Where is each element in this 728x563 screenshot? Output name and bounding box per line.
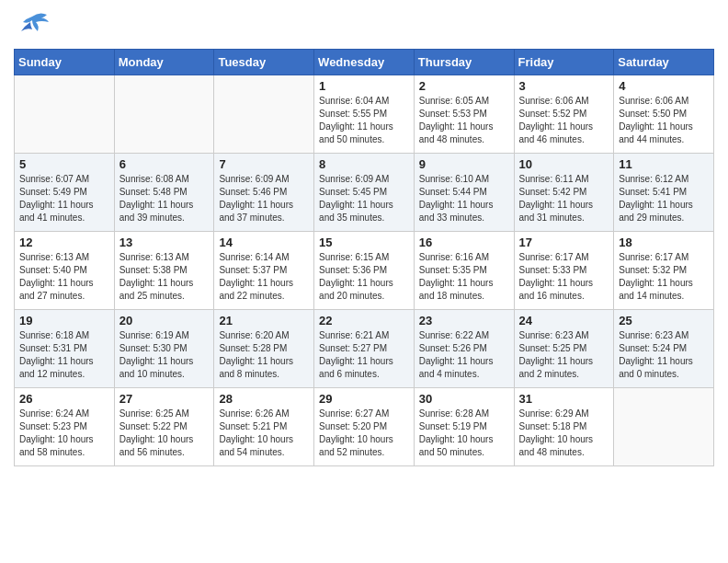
day-number: 15 — [319, 236, 409, 249]
day-number: 5 — [19, 157, 109, 171]
calendar-week-5: 26Sunrise: 6:24 AM Sunset: 5:23 PM Dayli… — [15, 388, 714, 466]
day-number: 18 — [619, 236, 709, 249]
day-number: 12 — [19, 236, 109, 249]
day-info: Sunrise: 6:21 AM Sunset: 5:27 PM Dayligh… — [319, 329, 409, 381]
day-info: Sunrise: 6:10 AM Sunset: 5:44 PM Dayligh… — [419, 173, 509, 224]
day-number: 26 — [19, 392, 109, 406]
calendar-cell: 20Sunrise: 6:19 AM Sunset: 5:30 PM Dayli… — [114, 310, 214, 388]
day-info: Sunrise: 6:09 AM Sunset: 5:45 PM Dayligh… — [319, 173, 409, 224]
day-info: Sunrise: 6:13 AM Sunset: 5:38 PM Dayligh… — [119, 251, 210, 303]
weekday-header-thursday: Thursday — [414, 50, 514, 75]
weekday-header-wednesday: Wednesday — [314, 50, 415, 75]
calendar-cell: 4Sunrise: 6:06 AM Sunset: 5:50 PM Daylig… — [614, 75, 714, 154]
day-number: 14 — [219, 236, 309, 249]
weekday-header-saturday: Saturday — [614, 50, 714, 75]
day-info: Sunrise: 6:23 AM Sunset: 5:24 PM Dayligh… — [619, 329, 709, 381]
calendar-cell: 31Sunrise: 6:29 AM Sunset: 5:18 PM Dayli… — [514, 388, 614, 466]
day-number: 27 — [119, 392, 210, 406]
day-info: Sunrise: 6:29 AM Sunset: 5:18 PM Dayligh… — [519, 408, 609, 459]
day-info: Sunrise: 6:26 AM Sunset: 5:21 PM Dayligh… — [219, 408, 309, 459]
calendar-cell — [114, 75, 214, 154]
calendar-week-2: 5Sunrise: 6:07 AM Sunset: 5:49 PM Daylig… — [15, 154, 714, 232]
calendar-cell: 24Sunrise: 6:23 AM Sunset: 5:25 PM Dayli… — [514, 310, 614, 388]
calendar-week-3: 12Sunrise: 6:13 AM Sunset: 5:40 PM Dayli… — [15, 232, 714, 310]
day-number: 13 — [119, 236, 210, 249]
calendar-cell: 8Sunrise: 6:09 AM Sunset: 5:45 PM Daylig… — [314, 154, 415, 232]
day-number: 1 — [319, 79, 409, 93]
calendar-cell: 16Sunrise: 6:16 AM Sunset: 5:35 PM Dayli… — [414, 232, 514, 310]
day-info: Sunrise: 6:17 AM Sunset: 5:33 PM Dayligh… — [519, 251, 609, 303]
page-header — [14, 9, 714, 41]
day-number: 21 — [219, 314, 309, 327]
calendar-cell: 27Sunrise: 6:25 AM Sunset: 5:22 PM Dayli… — [114, 388, 214, 466]
day-info: Sunrise: 6:20 AM Sunset: 5:28 PM Dayligh… — [219, 329, 309, 381]
day-info: Sunrise: 6:16 AM Sunset: 5:35 PM Dayligh… — [419, 251, 509, 303]
calendar-cell — [614, 388, 714, 466]
calendar-cell: 7Sunrise: 6:09 AM Sunset: 5:46 PM Daylig… — [214, 154, 314, 232]
calendar-cell: 10Sunrise: 6:11 AM Sunset: 5:42 PM Dayli… — [514, 154, 614, 232]
day-info: Sunrise: 6:05 AM Sunset: 5:53 PM Dayligh… — [419, 95, 509, 146]
day-number: 9 — [419, 157, 509, 171]
day-info: Sunrise: 6:24 AM Sunset: 5:23 PM Dayligh… — [19, 408, 109, 459]
day-info: Sunrise: 6:09 AM Sunset: 5:46 PM Dayligh… — [219, 173, 309, 224]
day-number: 30 — [419, 392, 509, 406]
weekday-header-monday: Monday — [114, 50, 214, 75]
day-number: 28 — [219, 392, 309, 406]
weekday-header-friday: Friday — [514, 50, 614, 75]
calendar-cell: 3Sunrise: 6:06 AM Sunset: 5:52 PM Daylig… — [514, 75, 614, 154]
calendar-week-1: 1Sunrise: 6:04 AM Sunset: 5:55 PM Daylig… — [15, 75, 714, 154]
calendar-cell: 29Sunrise: 6:27 AM Sunset: 5:20 PM Dayli… — [314, 388, 415, 466]
day-info: Sunrise: 6:22 AM Sunset: 5:26 PM Dayligh… — [419, 329, 509, 381]
calendar-cell: 23Sunrise: 6:22 AM Sunset: 5:26 PM Dayli… — [414, 310, 514, 388]
day-info: Sunrise: 6:15 AM Sunset: 5:36 PM Dayligh… — [319, 251, 409, 303]
day-number: 24 — [519, 314, 609, 327]
day-info: Sunrise: 6:07 AM Sunset: 5:49 PM Dayligh… — [19, 173, 109, 224]
day-info: Sunrise: 6:19 AM Sunset: 5:30 PM Dayligh… — [119, 329, 210, 381]
day-info: Sunrise: 6:11 AM Sunset: 5:42 PM Dayligh… — [519, 173, 609, 224]
day-info: Sunrise: 6:13 AM Sunset: 5:40 PM Dayligh… — [19, 251, 109, 303]
day-number: 17 — [519, 236, 609, 249]
calendar-cell: 22Sunrise: 6:21 AM Sunset: 5:27 PM Dayli… — [314, 310, 415, 388]
day-number: 2 — [419, 79, 509, 93]
day-number: 10 — [519, 157, 609, 171]
calendar-cell: 6Sunrise: 6:08 AM Sunset: 5:48 PM Daylig… — [114, 154, 214, 232]
day-info: Sunrise: 6:14 AM Sunset: 5:37 PM Dayligh… — [219, 251, 309, 303]
day-number: 22 — [319, 314, 409, 327]
calendar-cell: 17Sunrise: 6:17 AM Sunset: 5:33 PM Dayli… — [514, 232, 614, 310]
day-number: 25 — [619, 314, 709, 327]
day-info: Sunrise: 6:27 AM Sunset: 5:20 PM Dayligh… — [319, 408, 409, 459]
day-info: Sunrise: 6:08 AM Sunset: 5:48 PM Dayligh… — [119, 173, 210, 224]
weekday-header-sunday: Sunday — [15, 50, 115, 75]
day-number: 19 — [19, 314, 109, 327]
day-number: 3 — [519, 79, 609, 93]
calendar-cell: 21Sunrise: 6:20 AM Sunset: 5:28 PM Dayli… — [214, 310, 314, 388]
calendar-cell — [214, 75, 314, 154]
day-info: Sunrise: 6:04 AM Sunset: 5:55 PM Dayligh… — [319, 95, 409, 146]
calendar-cell: 26Sunrise: 6:24 AM Sunset: 5:23 PM Dayli… — [15, 388, 115, 466]
day-number: 23 — [419, 314, 509, 327]
day-number: 31 — [519, 392, 609, 406]
calendar-cell: 14Sunrise: 6:14 AM Sunset: 5:37 PM Dayli… — [214, 232, 314, 310]
calendar-cell — [15, 75, 115, 154]
day-info: Sunrise: 6:17 AM Sunset: 5:32 PM Dayligh… — [619, 251, 709, 303]
day-number: 29 — [319, 392, 409, 406]
day-number: 8 — [319, 157, 409, 171]
day-info: Sunrise: 6:28 AM Sunset: 5:19 PM Dayligh… — [419, 408, 509, 459]
day-info: Sunrise: 6:06 AM Sunset: 5:52 PM Dayligh… — [519, 95, 609, 146]
calendar-cell: 18Sunrise: 6:17 AM Sunset: 5:32 PM Dayli… — [614, 232, 714, 310]
calendar-week-4: 19Sunrise: 6:18 AM Sunset: 5:31 PM Dayli… — [15, 310, 714, 388]
day-number: 6 — [119, 157, 210, 171]
day-info: Sunrise: 6:18 AM Sunset: 5:31 PM Dayligh… — [19, 329, 109, 381]
day-info: Sunrise: 6:12 AM Sunset: 5:41 PM Dayligh… — [619, 173, 709, 224]
day-info: Sunrise: 6:23 AM Sunset: 5:25 PM Dayligh… — [519, 329, 609, 381]
day-number: 16 — [419, 236, 509, 249]
calendar-cell: 25Sunrise: 6:23 AM Sunset: 5:24 PM Dayli… — [614, 310, 714, 388]
calendar-cell: 5Sunrise: 6:07 AM Sunset: 5:49 PM Daylig… — [15, 154, 115, 232]
calendar-cell: 15Sunrise: 6:15 AM Sunset: 5:36 PM Dayli… — [314, 232, 415, 310]
day-number: 11 — [619, 157, 709, 171]
calendar-cell: 30Sunrise: 6:28 AM Sunset: 5:19 PM Dayli… — [414, 388, 514, 466]
calendar-cell: 1Sunrise: 6:04 AM Sunset: 5:55 PM Daylig… — [314, 75, 415, 154]
day-info: Sunrise: 6:25 AM Sunset: 5:22 PM Dayligh… — [119, 408, 210, 459]
calendar-cell: 11Sunrise: 6:12 AM Sunset: 5:41 PM Dayli… — [614, 154, 714, 232]
logo-icon — [14, 9, 55, 41]
